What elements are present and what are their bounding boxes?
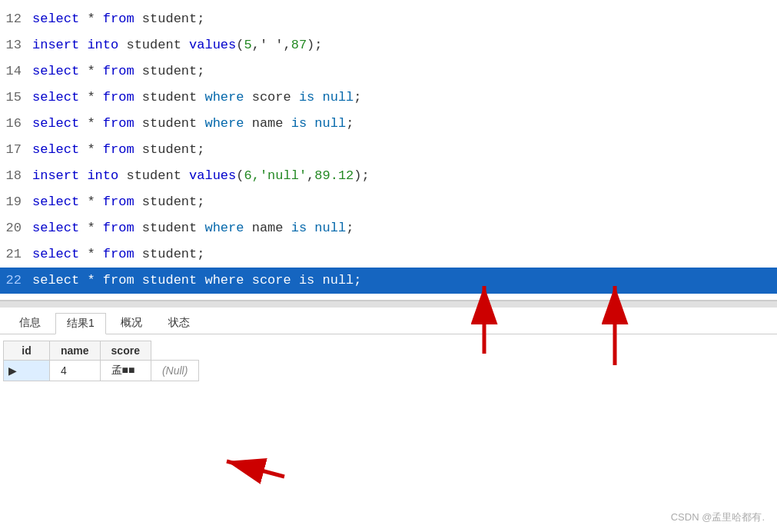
code-content: select * from student; (32, 6, 777, 32)
code-content: select * from student where name is null… (32, 111, 777, 137)
line-number: 19 (0, 189, 32, 215)
table-row: ▶4孟■■(Null) (4, 361, 199, 381)
code-line-21[interactable]: 21select * from student; (0, 241, 777, 268)
cell-id: 4 (50, 361, 101, 381)
editor-area: 12select * from student;13insert into st… (0, 0, 777, 301)
results-area: 信息结果1概况状态 idnamescore ▶4孟■■(Null) (0, 308, 777, 381)
tab-状态[interactable]: 状态 (157, 312, 201, 334)
code-content: select * from student where name is null… (32, 215, 777, 241)
result-table-wrap: idnamescore ▶4孟■■(Null) (0, 334, 777, 381)
line-number: 12 (0, 6, 32, 32)
tab-信息[interactable]: 信息 (8, 312, 52, 334)
col-header-id: id (4, 341, 50, 361)
code-content: insert into student values(6,'null',89.1… (32, 163, 777, 189)
code-content: select * from student; (32, 58, 777, 85)
row-indicator: ▶ (4, 361, 50, 381)
tab-概况[interactable]: 概况 (109, 312, 154, 334)
code-line-15[interactable]: 15select * from student where score is n… (0, 85, 777, 111)
tab-结果1[interactable]: 结果1 (55, 313, 106, 334)
code-content: select * from student; (32, 189, 777, 215)
null-value: (Null) (162, 364, 188, 377)
code-line-16[interactable]: 16select * from student where name is nu… (0, 111, 777, 137)
code-line-18[interactable]: 18insert into student values(6,'null',89… (0, 163, 777, 189)
line-number: 14 (0, 58, 32, 85)
line-number: 20 (0, 215, 32, 241)
code-content: select * from student; (32, 137, 777, 163)
col-header-name: name (50, 341, 101, 361)
line-number: 17 (0, 137, 32, 163)
code-lines: 12select * from student;13insert into st… (0, 6, 777, 294)
code-line-22[interactable]: 22select * from student where score is n… (0, 268, 777, 294)
line-number: 21 (0, 241, 32, 268)
code-line-13[interactable]: 13insert into student values(5,' ',87); (0, 32, 777, 58)
watermark: CSDN @孟里哈都有. (671, 510, 765, 524)
result-table: idnamescore ▶4孟■■(Null) (3, 341, 199, 381)
main-container: 12select * from student;13insert into st… (0, 0, 777, 532)
code-content: select * from student where score is nul… (32, 268, 777, 294)
line-number: 18 (0, 163, 32, 189)
line-number: 13 (0, 32, 32, 58)
divider (0, 301, 777, 308)
line-number: 16 (0, 111, 32, 137)
code-content: insert into student values(5,' ',87); (32, 32, 777, 58)
code-line-14[interactable]: 14select * from student; (0, 58, 777, 85)
code-line-19[interactable]: 19select * from student; (0, 189, 777, 215)
tabs-bar: 信息结果1概况状态 (0, 308, 777, 334)
code-content: select * from student; (32, 241, 777, 268)
code-line-17[interactable]: 17select * from student; (0, 137, 777, 163)
code-line-12[interactable]: 12select * from student; (0, 6, 777, 32)
line-number: 22 (0, 268, 32, 294)
code-content: select * from student where score is nul… (32, 85, 777, 111)
code-line-20[interactable]: 20select * from student where name is nu… (0, 215, 777, 241)
col-header-score: score (100, 341, 151, 361)
cell-name: 孟■■ (100, 361, 151, 381)
cell-score: (Null) (151, 361, 198, 381)
line-number: 15 (0, 85, 32, 111)
svg-line-3 (227, 461, 284, 477)
